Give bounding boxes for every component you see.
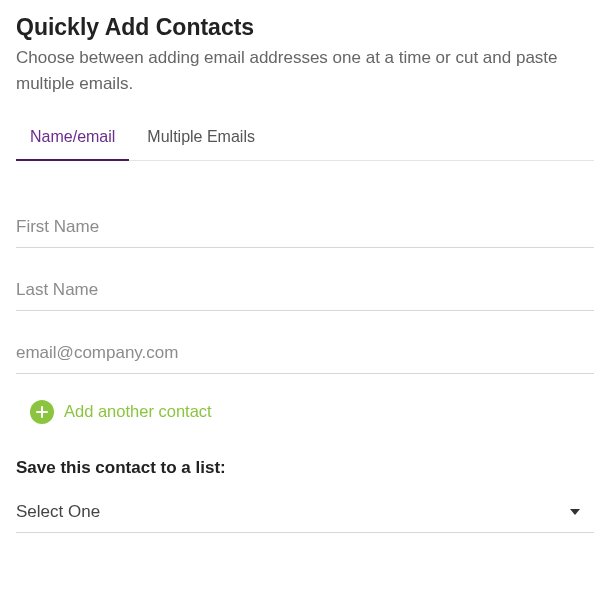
last-name-field-wrap <box>16 274 594 311</box>
last-name-input[interactable] <box>16 274 594 311</box>
page-subtitle: Choose between adding email addresses on… <box>16 45 594 98</box>
first-name-input[interactable] <box>16 211 594 248</box>
save-to-list-label: Save this contact to a list: <box>16 458 594 478</box>
tabs-bar: Name/email Multiple Emails <box>16 122 594 161</box>
plus-circle-icon <box>30 400 54 424</box>
contact-form: Add another contact Save this contact to… <box>16 161 594 533</box>
add-another-contact-label: Add another contact <box>64 402 212 421</box>
page-title: Quickly Add Contacts <box>16 14 594 41</box>
list-select-value: Select One <box>16 502 570 522</box>
tab-multiple-emails[interactable]: Multiple Emails <box>147 122 255 160</box>
email-field-wrap <box>16 337 594 374</box>
caret-down-icon <box>570 509 580 515</box>
email-input[interactable] <box>16 337 594 374</box>
add-another-contact-button[interactable]: Add another contact <box>16 400 594 424</box>
list-select[interactable]: Select One <box>16 496 594 533</box>
first-name-field-wrap <box>16 211 594 248</box>
tab-name-email[interactable]: Name/email <box>30 122 115 160</box>
